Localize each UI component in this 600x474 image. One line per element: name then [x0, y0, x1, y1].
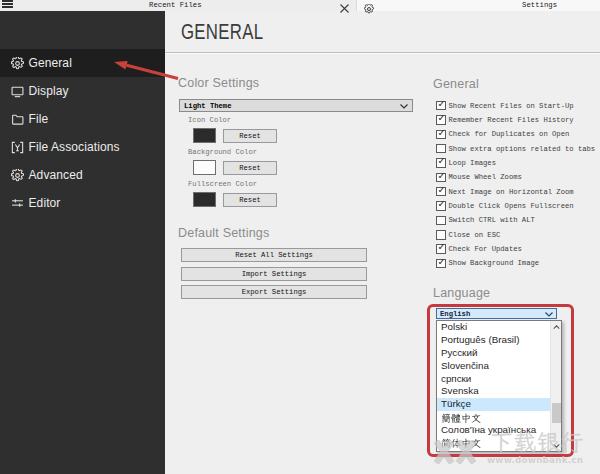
default-settings-header: Default Settings	[178, 226, 269, 240]
settings-content: GENERAL Color Settings Light Theme Icon …	[165, 11, 600, 474]
reset-button[interactable]: Reset	[223, 129, 277, 143]
language-option-label: Slovenčina	[441, 360, 489, 371]
language-option-label: Svenska	[441, 385, 479, 396]
language-option[interactable]: Polski	[437, 321, 550, 334]
language-option-label: српски	[441, 373, 471, 384]
sidebar-item-file-associations[interactable]: File Associations	[0, 133, 165, 161]
menu-icon[interactable]	[2, 0, 13, 8]
tab-bar: Recent Files Settings	[0, 0, 600, 11]
general-options-header: General	[433, 77, 479, 91]
checkbox[interactable]	[436, 216, 446, 226]
checkbox-row: ✓ Check For Updates	[436, 242, 600, 256]
checkbox[interactable]: ✓	[436, 130, 446, 140]
color-row-label: Fullscreen Color	[188, 180, 257, 188]
cjk-glyph	[471, 438, 481, 448]
language-option-label: Polski	[441, 321, 467, 332]
tab-settings-title[interactable]: Settings	[522, 0, 582, 11]
language-option-cjk	[441, 411, 481, 424]
sidebar-item-editor[interactable]: Editor	[0, 189, 165, 217]
checkbox-label: Remember Recent Files History	[449, 116, 574, 124]
color-swatch[interactable]	[193, 192, 216, 207]
gear-advanced-icon	[11, 169, 24, 182]
checkbox[interactable]: ✓	[436, 187, 446, 197]
checkbox[interactable]	[436, 144, 446, 154]
reset-button[interactable]: Reset	[223, 161, 277, 175]
sliders-icon	[11, 197, 24, 210]
cjk-glyph	[451, 438, 461, 448]
language-dropdown[interactable]: English	[436, 308, 557, 319]
sidebar-item-display[interactable]: Display	[0, 77, 165, 105]
checkbox[interactable]: ✓	[436, 158, 446, 168]
reset-all-settings-button[interactable]: Reset All Settings	[181, 248, 367, 262]
checkbox-label: Mouse Wheel Zooms	[449, 173, 522, 181]
language-option-label: Солов'їна українська	[441, 424, 536, 435]
language-option[interactable]: Türkçe	[437, 398, 550, 411]
checkbox-row: ✓ Next Image on Horizontal Zoom	[436, 185, 600, 199]
language-option[interactable]: Svenska	[437, 385, 550, 398]
sidebar-item-label: General	[29, 56, 72, 70]
cjk-glyph	[451, 413, 461, 423]
chevron-down-icon	[545, 312, 553, 317]
tab-recent-files-title[interactable]: Recent Files	[149, 0, 259, 11]
checkbox[interactable]: ✓	[436, 259, 446, 269]
checkbox-label: Show Background Image	[449, 259, 540, 267]
checkbox-row: ✓ Check for Duplicates on Open	[436, 127, 600, 141]
settings-tab-gear-icon	[364, 0, 375, 10]
checkbox-row: ✓ Remember Recent Files History	[436, 113, 600, 127]
language-dropdown-value: English	[440, 310, 470, 318]
check-mark-icon: ✓	[438, 256, 446, 267]
chevron-down-icon	[400, 104, 408, 109]
checkbox[interactable]: ✓	[436, 244, 446, 254]
check-mark-icon: ✓	[438, 241, 446, 252]
theme-dropdown[interactable]: Light Theme	[179, 99, 413, 112]
scroll-down-icon[interactable]	[551, 440, 562, 451]
checkbox-row: ✓ Loop Images	[436, 156, 600, 170]
checkbox-row: ✓ Show Recent Files on Start-Up	[436, 99, 600, 113]
language-option-label: Türkçe	[441, 398, 471, 409]
checkbox-row: Close on ESC	[436, 228, 600, 242]
sidebar-item-label: Editor	[29, 196, 61, 210]
checkbox-row: Show extra options related to tabs	[436, 142, 600, 156]
checkbox-label: Double Click Opens Fullscreen	[449, 202, 574, 210]
scroll-up-icon[interactable]	[551, 321, 562, 332]
export-settings-button[interactable]: Export Settings	[181, 285, 367, 299]
checkbox-label: Next Image on Horizontal Zoom	[449, 188, 574, 196]
checkbox[interactable]: ✓	[436, 201, 446, 211]
cjk-glyph	[461, 438, 471, 448]
cjk-glyph	[441, 413, 451, 423]
checkbox[interactable]	[436, 230, 446, 240]
sidebar-item-general[interactable]: General	[0, 49, 165, 77]
language-option[interactable]: Slovenčina	[437, 360, 550, 373]
folder-icon	[11, 113, 24, 126]
checkbox[interactable]: ✓	[436, 101, 446, 111]
color-row-label: Icon Color	[188, 116, 231, 124]
language-option-label: Русский	[441, 347, 477, 358]
language-option[interactable]: 簡體中文	[437, 411, 550, 424]
scrollbar[interactable]	[550, 321, 561, 451]
scrollbar-thumb[interactable]	[552, 403, 561, 423]
color-swatch[interactable]	[193, 160, 216, 175]
general-options-list: ✓ Show Recent Files on Start-Up ✓ Rememb…	[436, 99, 600, 271]
checkbox[interactable]: ✓	[436, 115, 446, 125]
title-divider	[165, 52, 600, 54]
language-option[interactable]: 简体中文	[437, 437, 550, 450]
checkbox-label: Switch CTRL with ALT	[449, 216, 535, 224]
language-option[interactable]: Português (Brasil)	[437, 334, 550, 347]
language-option-cjk	[441, 437, 481, 450]
import-settings-button[interactable]: Import Settings	[181, 267, 367, 281]
color-swatch[interactable]	[193, 128, 216, 143]
reset-button[interactable]: Reset	[223, 193, 277, 207]
check-mark-icon: ✓	[438, 184, 446, 195]
sidebar-item-advanced[interactable]: Advanced	[0, 161, 165, 189]
cjk-glyph	[461, 413, 471, 423]
language-options-list: Polski Português (Brasil) Русский Sloven…	[436, 320, 562, 452]
language-option[interactable]: српски	[437, 373, 550, 386]
language-option[interactable]: Солов'їна українська	[437, 424, 550, 437]
sidebar-item-label: File Associations	[29, 140, 120, 154]
theme-dropdown-value: Light Theme	[184, 102, 231, 110]
sidebar-item-file[interactable]: File	[0, 105, 165, 133]
checkbox[interactable]: ✓	[436, 173, 446, 183]
checkbox-row: ✓ Show Background Image	[436, 256, 600, 270]
close-icon[interactable]	[339, 0, 351, 10]
language-option[interactable]: Русский	[437, 347, 550, 360]
